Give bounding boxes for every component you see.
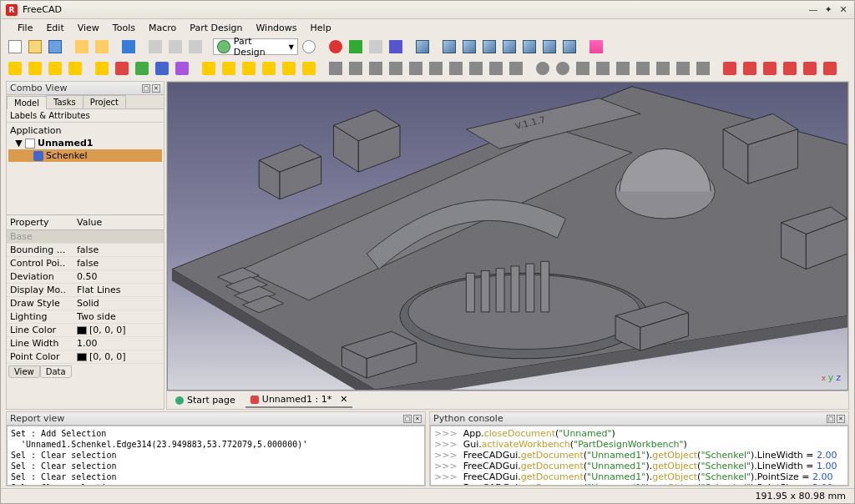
tab-model[interactable]: Model (7, 96, 47, 109)
tab-close-icon[interactable]: ✕ (340, 394, 347, 405)
prop-row[interactable]: Line Color[0, 0, 0] (7, 324, 164, 337)
cn-6-button[interactable] (634, 59, 652, 78)
macro-run-button[interactable] (387, 38, 405, 56)
menu-help[interactable]: Help (306, 21, 336, 35)
cn-9-button[interactable] (694, 59, 712, 78)
cn-1-button[interactable] (534, 59, 552, 78)
menu-tools[interactable]: Tools (108, 21, 140, 35)
panel-close-icon[interactable]: ✕ (413, 415, 422, 423)
tree-root[interactable]: Application (8, 124, 162, 137)
prim-1-button[interactable] (93, 59, 111, 78)
part-4-button[interactable] (260, 59, 278, 78)
cut-button[interactable] (146, 38, 164, 56)
part-5-button[interactable] (280, 59, 298, 78)
whatsthis-button[interactable] (300, 38, 318, 56)
dm-4-button[interactable] (781, 59, 799, 78)
part-6-button[interactable] (300, 59, 318, 78)
menu-windows[interactable]: Windows (250, 21, 301, 35)
sk-1-button[interactable] (326, 59, 345, 78)
panel-close-icon[interactable]: ✕ (152, 84, 160, 93)
copy-button[interactable] (166, 38, 185, 56)
sk-3-button[interactable] (367, 59, 385, 78)
panel-close-icon[interactable]: ✕ (837, 415, 845, 423)
shape-cylinder-button[interactable] (26, 59, 44, 78)
sk-9-button[interactable] (487, 59, 505, 78)
prop-row[interactable]: Bounding ...false (7, 244, 164, 257)
panel-float-icon[interactable]: ▢ (827, 415, 835, 423)
view-top-button[interactable] (480, 38, 498, 56)
dm-2-button[interactable] (741, 59, 759, 78)
tree-doc[interactable]: ▼Unnamed1 (8, 137, 162, 149)
prop-row[interactable]: Control Poi..false (7, 257, 164, 270)
prop-col-property[interactable]: Property (7, 215, 73, 229)
view-iso-button[interactable] (440, 38, 458, 56)
part-1-button[interactable] (200, 59, 218, 78)
view-front-button[interactable] (460, 38, 478, 56)
prim-5-button[interactable] (173, 59, 191, 78)
cn-2-button[interactable] (554, 59, 572, 78)
dm-5-button[interactable] (801, 59, 819, 78)
python-console-body[interactable]: >>> App.closeDocument("Unnamed")>>> Gui.… (430, 426, 848, 486)
cn-4-button[interactable] (594, 59, 612, 78)
new-button[interactable] (6, 38, 24, 56)
shape-cone-button[interactable] (66, 59, 84, 78)
prop-tab-view[interactable]: View (8, 365, 40, 378)
minimize-button[interactable]: — (807, 4, 819, 16)
panel-float-icon[interactable]: ▢ (142, 84, 150, 93)
prop-row[interactable]: Draw StyleSolid (7, 297, 164, 310)
cn-8-button[interactable] (674, 59, 692, 78)
view-left-button[interactable] (560, 38, 579, 56)
view-right-button[interactable] (500, 38, 519, 56)
macro-stop-button[interactable] (347, 38, 365, 56)
sk-8-button[interactable] (467, 59, 485, 78)
workbench-selector[interactable]: Part Design ▼ (213, 38, 298, 55)
zoom-fit-button[interactable] (413, 38, 432, 56)
combo-view-header[interactable]: Combo View ▢✕ (7, 82, 164, 95)
redo-button[interactable] (93, 38, 111, 56)
maximize-button[interactable]: ✦ (822, 4, 834, 16)
macro-list-button[interactable] (367, 38, 385, 56)
cn-7-button[interactable] (654, 59, 672, 78)
sk-10-button[interactable] (507, 59, 525, 78)
prim-2-button[interactable] (113, 59, 131, 78)
part-3-button[interactable] (240, 59, 258, 78)
menu-view[interactable]: View (73, 21, 104, 35)
part-2-button[interactable] (220, 59, 238, 78)
tab-project[interactable]: Project (83, 95, 126, 108)
tree-view[interactable]: Application ▼Unnamed1 Schenkel (7, 123, 164, 214)
menu-partdesign[interactable]: Part Design (185, 21, 247, 35)
titlebar[interactable]: R FreeCAD — ✦ ✕ (1, 1, 854, 19)
undo-button[interactable] (73, 38, 91, 56)
view-bottom-button[interactable] (540, 38, 559, 56)
view-rear-button[interactable] (520, 38, 539, 56)
prop-row[interactable]: Line Width1.00 (7, 337, 164, 350)
measure-button[interactable] (587, 38, 605, 56)
tree-item-schenkel[interactable]: Schenkel (8, 149, 162, 162)
3d-viewport[interactable]: V.1.1.7 (167, 82, 848, 391)
dm-3-button[interactable] (761, 59, 779, 78)
report-view-body[interactable]: Set : Add Selection 'Unnamed1.Schenkel.E… (7, 426, 425, 486)
prop-row[interactable]: Point Color[0, 0, 0] (7, 350, 164, 364)
save-button[interactable] (46, 38, 64, 56)
dm-1-button[interactable] (721, 59, 739, 78)
dm-6-button[interactable] (821, 59, 839, 78)
sk-6-button[interactable] (427, 59, 445, 78)
prop-tab-data[interactable]: Data (40, 365, 72, 378)
open-button[interactable] (26, 38, 44, 56)
view-tab-doc[interactable]: Unnamed1 : 1*✕ (245, 392, 353, 408)
prop-row[interactable]: Display Mo..Flat Lines (7, 284, 164, 297)
prim-4-button[interactable] (153, 59, 171, 78)
view-tab-start[interactable]: Start page (170, 393, 240, 407)
macro-record-button[interactable] (326, 38, 345, 56)
menu-macro[interactable]: Macro (144, 21, 181, 35)
paste-button[interactable] (186, 38, 205, 56)
sk-2-button[interactable] (347, 59, 365, 78)
refresh-button[interactable] (119, 38, 138, 56)
sk-4-button[interactable] (387, 59, 405, 78)
sk-5-button[interactable] (407, 59, 425, 78)
shape-box-button[interactable] (6, 59, 24, 78)
cn-5-button[interactable] (614, 59, 632, 78)
prop-row[interactable]: Base (7, 230, 164, 244)
prop-row[interactable]: LightingTwo side (7, 310, 164, 324)
prop-row[interactable]: Deviation0.50 (7, 270, 164, 284)
